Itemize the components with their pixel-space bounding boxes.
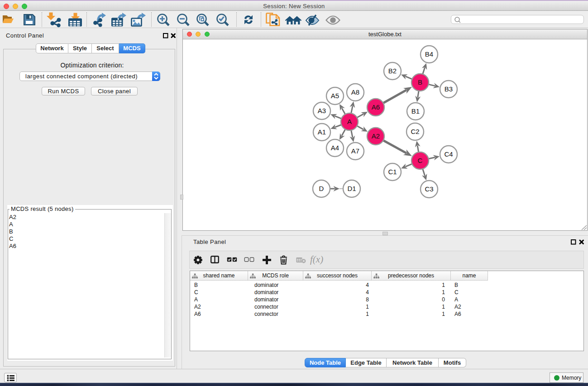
svg-text:A7: A7 bbox=[351, 147, 359, 155]
svg-text:B2: B2 bbox=[388, 67, 397, 75]
svg-text:A2: A2 bbox=[372, 132, 380, 140]
svg-text:C4: C4 bbox=[444, 150, 453, 158]
svg-text:D: D bbox=[319, 185, 324, 192]
svg-text:A4: A4 bbox=[331, 144, 339, 152]
svg-text:A: A bbox=[347, 118, 352, 125]
svg-text:B3: B3 bbox=[445, 85, 453, 93]
svg-text:A5: A5 bbox=[331, 92, 339, 100]
svg-text:C1: C1 bbox=[388, 168, 397, 176]
svg-text:D1: D1 bbox=[347, 185, 356, 192]
svg-text:C3: C3 bbox=[425, 185, 433, 193]
svg-text:A1: A1 bbox=[318, 128, 326, 136]
svg-text:C: C bbox=[418, 157, 423, 164]
svg-text:A6: A6 bbox=[372, 103, 380, 111]
svg-text:C2: C2 bbox=[411, 128, 419, 135]
svg-text:A3: A3 bbox=[318, 107, 326, 114]
svg-text:B: B bbox=[418, 78, 422, 86]
svg-text:B4: B4 bbox=[425, 50, 433, 58]
svg-text:A8: A8 bbox=[351, 88, 359, 96]
svg-text:B1: B1 bbox=[411, 107, 420, 115]
